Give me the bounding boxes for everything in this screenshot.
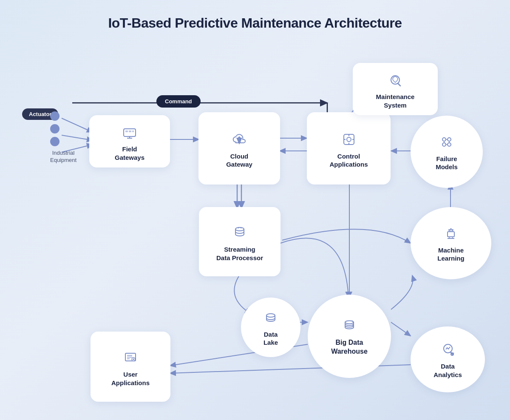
svg-line-17 [391,322,411,336]
cloud-gateway-node: CloudGateway [198,112,280,184]
big-data-warehouse-node: Big DataWarehouse [308,295,391,378]
svg-point-37 [448,138,451,141]
failure-models-label: FailureModels [436,155,458,171]
svg-rect-23 [132,131,134,132]
streaming-data-processor-node: StreamingData Processor [199,207,280,276]
data-analytics-label: DataAnalytics [434,362,462,379]
svg-point-44 [235,227,244,231]
data-lake-label: DataLake [264,330,278,347]
page-title: IoT-Based Predictive Maintenance Archite… [0,0,510,31]
streaming-data-processor-label: StreamingData Processor [216,245,263,262]
svg-point-36 [442,138,446,141]
svg-point-57 [352,324,354,326]
user-applications-node: UserApplications [91,332,170,402]
svg-point-55 [266,314,275,317]
svg-rect-21 [125,131,128,132]
cloud-gateway-icon [230,130,249,149]
svg-rect-20 [124,129,136,136]
maintenance-system-label: MaintenanceSystem [376,93,415,109]
svg-point-29 [347,137,351,142]
maintenance-system-icon [386,71,405,89]
control-applications-node: ControlApplications [307,112,391,184]
svg-point-49 [448,229,450,231]
data-lake-node: DataLake [241,298,300,357]
industrial-equipment-label: IndustrialEquipment [50,150,76,164]
data-analytics-node: DataAnalytics [411,326,485,392]
svg-point-38 [442,143,446,146]
machine-learning-node: MachineLearning [411,207,491,279]
industrial-equipment-node: IndustrialEquipment [50,111,76,164]
big-data-warehouse-label: Big DataWarehouse [331,338,368,356]
svg-line-35 [398,83,400,86]
svg-point-51 [450,228,452,230]
field-gateways-icon [120,123,139,142]
svg-rect-22 [129,131,131,132]
user-applications-icon [121,348,140,367]
maintenance-system-node: MaintenanceSystem [353,63,438,115]
data-analytics-icon [439,340,457,359]
data-lake-icon [261,308,280,327]
control-applications-label: ControlApplications [329,152,368,169]
svg-point-50 [452,229,453,231]
streaming-data-processor-icon [230,223,249,242]
field-gateways-label: FieldGateways [115,145,144,162]
user-applications-label: UserApplications [111,370,150,387]
svg-rect-45 [448,232,454,237]
field-gateways-node: FieldGateways [89,115,170,167]
svg-point-39 [448,143,451,146]
control-applications-icon [340,130,358,149]
failure-models-node: FailureModels [411,116,483,188]
machine-learning-label: MachineLearning [437,246,464,263]
command-label: Command [156,95,201,108]
failure-models-icon [437,133,456,151]
command-node: Command [156,95,201,108]
big-data-warehouse-icon [340,316,359,335]
cloud-gateway-label: CloudGateway [226,152,252,169]
machine-learning-icon [442,224,460,243]
